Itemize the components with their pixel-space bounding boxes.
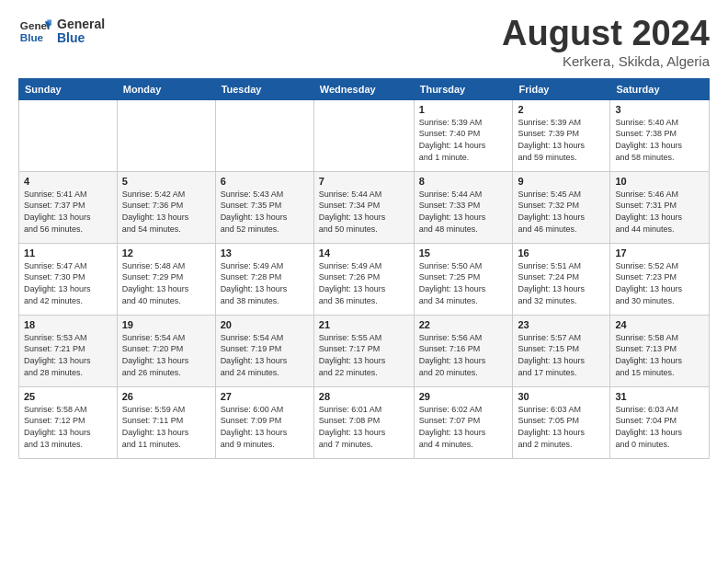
month-title: August 2024: [502, 15, 710, 53]
day-number: 4: [24, 176, 112, 187]
calendar-cell: 27Sunrise: 6:00 AMSunset: 7:09 PMDayligh…: [215, 386, 313, 458]
day-number: 15: [419, 247, 508, 259]
day-info: Sunrise: 5:49 AMSunset: 7:26 PMDaylight:…: [319, 260, 409, 306]
calendar-cell: 18Sunrise: 5:53 AMSunset: 7:21 PMDayligh…: [19, 315, 118, 386]
day-number: 21: [319, 319, 409, 330]
day-info: Sunrise: 5:54 AMSunset: 7:20 PMDaylight:…: [122, 332, 210, 378]
day-info: Sunrise: 5:53 AMSunset: 7:21 PMDaylight:…: [24, 332, 112, 378]
col-friday: Friday: [513, 78, 610, 99]
day-number: 2: [518, 104, 605, 115]
day-number: 29: [419, 391, 508, 402]
calendar-cell: 6Sunrise: 5:43 AMSunset: 7:35 PMDaylight…: [215, 171, 313, 243]
calendar-cell: 17Sunrise: 5:52 AMSunset: 7:23 PMDayligh…: [610, 243, 710, 315]
calendar-header-row: Sunday Monday Tuesday Wednesday Thursday…: [19, 78, 710, 99]
day-number: 30: [518, 391, 605, 402]
calendar-cell: 20Sunrise: 5:54 AMSunset: 7:19 PMDayligh…: [215, 315, 313, 386]
day-info: Sunrise: 6:02 AMSunset: 7:07 PMDaylight:…: [419, 404, 508, 450]
title-block: August 2024 Kerkera, Skikda, Algeria: [502, 15, 710, 69]
logo-line1: General: [57, 17, 105, 31]
calendar-cell: 15Sunrise: 5:50 AMSunset: 7:25 PMDayligh…: [414, 243, 513, 315]
calendar-cell: 16Sunrise: 5:51 AMSunset: 7:24 PMDayligh…: [513, 243, 610, 315]
day-info: Sunrise: 5:51 AMSunset: 7:24 PMDaylight:…: [518, 260, 605, 306]
day-info: Sunrise: 5:48 AMSunset: 7:29 PMDaylight:…: [122, 260, 210, 306]
day-info: Sunrise: 5:46 AMSunset: 7:31 PMDaylight:…: [615, 189, 704, 235]
col-wednesday: Wednesday: [313, 78, 414, 99]
calendar-cell: 3Sunrise: 5:40 AMSunset: 7:38 PMDaylight…: [610, 99, 710, 171]
calendar-cell: 24Sunrise: 5:58 AMSunset: 7:13 PMDayligh…: [610, 315, 710, 386]
day-number: 13: [221, 247, 309, 259]
calendar-cell: 5Sunrise: 5:42 AMSunset: 7:36 PMDaylight…: [117, 171, 215, 243]
col-sunday: Sunday: [19, 78, 118, 99]
day-number: 26: [122, 391, 210, 402]
calendar-cell: 4Sunrise: 5:41 AMSunset: 7:37 PMDaylight…: [19, 171, 118, 243]
col-tuesday: Tuesday: [215, 78, 313, 99]
day-number: 19: [122, 319, 210, 330]
day-info: Sunrise: 6:03 AMSunset: 7:04 PMDaylight:…: [615, 404, 704, 450]
day-number: 11: [24, 247, 112, 259]
calendar-cell: 7Sunrise: 5:44 AMSunset: 7:34 PMDaylight…: [313, 171, 414, 243]
day-number: 20: [221, 319, 309, 330]
week-row-2: 4Sunrise: 5:41 AMSunset: 7:37 PMDaylight…: [19, 171, 710, 243]
svg-text:Blue: Blue: [20, 31, 44, 43]
calendar-cell: 23Sunrise: 5:57 AMSunset: 7:15 PMDayligh…: [513, 315, 610, 386]
day-number: 7: [319, 176, 409, 187]
week-row-3: 11Sunrise: 5:47 AMSunset: 7:30 PMDayligh…: [19, 243, 710, 315]
logo-line2: Blue: [57, 31, 105, 45]
day-number: 25: [24, 391, 112, 402]
calendar-cell: [313, 99, 414, 171]
calendar-cell: 2Sunrise: 5:39 AMSunset: 7:39 PMDaylight…: [513, 99, 610, 171]
day-info: Sunrise: 5:52 AMSunset: 7:23 PMDaylight:…: [615, 260, 704, 306]
calendar-cell: 11Sunrise: 5:47 AMSunset: 7:30 PMDayligh…: [19, 243, 118, 315]
calendar-cell: 30Sunrise: 6:03 AMSunset: 7:05 PMDayligh…: [513, 386, 610, 458]
day-number: 9: [518, 176, 605, 187]
calendar-cell: 21Sunrise: 5:55 AMSunset: 7:17 PMDayligh…: [313, 315, 414, 386]
day-info: Sunrise: 5:54 AMSunset: 7:19 PMDaylight:…: [221, 332, 309, 378]
day-info: Sunrise: 5:39 AMSunset: 7:40 PMDaylight:…: [419, 117, 508, 163]
day-info: Sunrise: 5:39 AMSunset: 7:39 PMDaylight:…: [518, 117, 605, 163]
calendar-cell: 19Sunrise: 5:54 AMSunset: 7:20 PMDayligh…: [117, 315, 215, 386]
calendar-cell: [215, 99, 313, 171]
day-info: Sunrise: 5:44 AMSunset: 7:33 PMDaylight:…: [419, 189, 508, 235]
day-info: Sunrise: 5:50 AMSunset: 7:25 PMDaylight:…: [419, 260, 508, 306]
day-number: 14: [319, 247, 409, 259]
day-info: Sunrise: 5:41 AMSunset: 7:37 PMDaylight:…: [24, 189, 112, 235]
calendar-cell: 28Sunrise: 6:01 AMSunset: 7:08 PMDayligh…: [313, 386, 414, 458]
day-number: 22: [419, 319, 508, 330]
day-number: 23: [518, 319, 605, 330]
day-number: 10: [615, 176, 704, 187]
day-info: Sunrise: 5:55 AMSunset: 7:17 PMDaylight:…: [319, 332, 409, 378]
calendar-cell: [117, 99, 215, 171]
location: Kerkera, Skikda, Algeria: [502, 53, 710, 69]
day-info: Sunrise: 6:00 AMSunset: 7:09 PMDaylight:…: [221, 404, 309, 450]
week-row-4: 18Sunrise: 5:53 AMSunset: 7:21 PMDayligh…: [19, 315, 710, 386]
calendar-cell: 31Sunrise: 6:03 AMSunset: 7:04 PMDayligh…: [610, 386, 710, 458]
header: General Blue General Blue August 2024 Ke…: [18, 15, 710, 69]
day-info: Sunrise: 5:44 AMSunset: 7:34 PMDaylight:…: [319, 189, 409, 235]
calendar-cell: 13Sunrise: 5:49 AMSunset: 7:28 PMDayligh…: [215, 243, 313, 315]
calendar-cell: [19, 99, 118, 171]
calendar-cell: 9Sunrise: 5:45 AMSunset: 7:32 PMDaylight…: [513, 171, 610, 243]
day-info: Sunrise: 5:59 AMSunset: 7:11 PMDaylight:…: [122, 404, 210, 450]
day-number: 1: [419, 104, 508, 115]
calendar-cell: 29Sunrise: 6:02 AMSunset: 7:07 PMDayligh…: [414, 386, 513, 458]
day-number: 17: [615, 247, 704, 259]
day-info: Sunrise: 5:56 AMSunset: 7:16 PMDaylight:…: [419, 332, 508, 378]
day-info: Sunrise: 5:58 AMSunset: 7:12 PMDaylight:…: [24, 404, 112, 450]
day-number: 18: [24, 319, 112, 330]
day-number: 6: [221, 176, 309, 187]
day-number: 3: [615, 104, 704, 115]
day-info: Sunrise: 5:57 AMSunset: 7:15 PMDaylight:…: [518, 332, 605, 378]
col-saturday: Saturday: [610, 78, 710, 99]
day-number: 5: [122, 176, 210, 187]
day-number: 8: [419, 176, 508, 187]
day-number: 27: [221, 391, 309, 402]
day-info: Sunrise: 5:40 AMSunset: 7:38 PMDaylight:…: [615, 117, 704, 163]
day-info: Sunrise: 5:42 AMSunset: 7:36 PMDaylight:…: [122, 189, 210, 235]
day-info: Sunrise: 5:49 AMSunset: 7:28 PMDaylight:…: [221, 260, 309, 306]
day-info: Sunrise: 5:58 AMSunset: 7:13 PMDaylight:…: [615, 332, 704, 378]
calendar-cell: 14Sunrise: 5:49 AMSunset: 7:26 PMDayligh…: [313, 243, 414, 315]
day-info: Sunrise: 6:01 AMSunset: 7:08 PMDaylight:…: [319, 404, 409, 450]
day-info: Sunrise: 5:43 AMSunset: 7:35 PMDaylight:…: [221, 189, 309, 235]
calendar-cell: 26Sunrise: 5:59 AMSunset: 7:11 PMDayligh…: [117, 386, 215, 458]
day-number: 12: [122, 247, 210, 259]
